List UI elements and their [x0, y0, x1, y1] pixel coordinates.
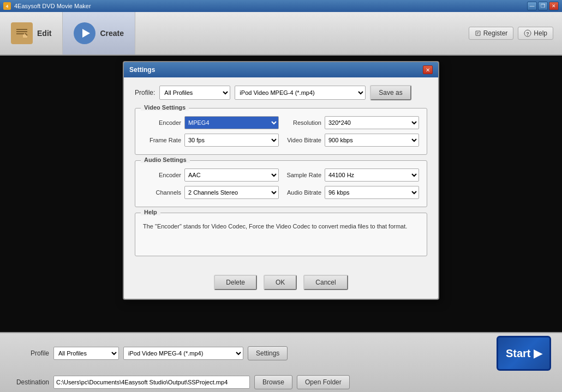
title-bar-controls: — ❐ ✕	[527, 2, 559, 10]
dialog-body: Profile: All Profiles iPod Video MPEG-4 …	[124, 77, 438, 269]
audio-settings-grid: Encoder AAC Sample Rate 44100 Hz	[143, 168, 419, 199]
edit-label: Edit	[37, 29, 51, 38]
profile-label: Profile:	[135, 89, 155, 97]
format-bottom-select[interactable]: iPod Video MPEG-4 (*.mp4)	[123, 347, 243, 360]
close-button[interactable]: ✕	[549, 2, 559, 10]
audio-bitrate-row: Audio Bitrate 96 kbps	[283, 186, 419, 199]
resolution-row: Resolution 320*240	[283, 116, 419, 129]
frame-rate-row: Frame Rate 30 fps	[143, 134, 279, 147]
audio-encoder-label: Encoder	[143, 172, 181, 178]
profile-bottom-label: Profile	[11, 349, 49, 357]
dialog-overlay: Settings ✕ Profile: All Profiles iPod Vi…	[0, 56, 562, 332]
audio-bitrate-select[interactable]: 96 kbps	[325, 186, 419, 199]
edit-tab[interactable]: Edit	[0, 12, 63, 55]
register-icon	[475, 30, 481, 37]
title-bar: 4 4Easysoft DVD Movie Maker — ❐ ✕	[0, 0, 562, 12]
profile-bottom-select[interactable]: All Profiles	[53, 347, 119, 360]
register-button[interactable]: Register	[469, 27, 514, 40]
ok-button[interactable]: OK	[264, 275, 297, 290]
audio-bitrate-label: Audio Bitrate	[283, 189, 321, 196]
svg-text:?: ?	[527, 31, 530, 37]
sample-rate-row: Sample Rate 44100 Hz	[283, 168, 419, 182]
help-section-title: Help	[141, 209, 160, 215]
resolution-label: Resolution	[283, 119, 321, 126]
delete-button[interactable]: Delete	[214, 275, 257, 290]
format-select[interactable]: iPod Video MPEG-4 (*.mp4)	[235, 86, 366, 100]
audio-encoder-select[interactable]: AAC	[184, 168, 279, 182]
sample-rate-select[interactable]: 44100 Hz	[325, 168, 419, 182]
svg-rect-3	[16, 29, 27, 30]
save-as-button[interactable]: Save as	[370, 85, 411, 100]
encoder-row: Encoder MPEG4	[143, 116, 279, 129]
profile-bottom-row: Profile All Profiles iPod Video MPEG-4 (…	[11, 336, 551, 371]
svg-text:4: 4	[6, 4, 9, 9]
cancel-button[interactable]: Cancel	[303, 275, 348, 290]
app-title: 4Easysoft DVD Movie Maker	[14, 3, 91, 9]
dialog-close-button[interactable]: ✕	[423, 65, 433, 74]
app-icon: 4	[3, 2, 11, 10]
dialog-footer: Delete OK Cancel	[124, 269, 438, 299]
title-bar-left: 4 4Easysoft DVD Movie Maker	[3, 2, 91, 10]
minimize-button[interactable]: —	[527, 2, 537, 10]
register-label: Register	[483, 29, 508, 37]
video-bitrate-select[interactable]: 900 kbps	[325, 134, 419, 147]
destination-row: Destination Browse Open Folder	[11, 375, 551, 389]
encoder-label: Encoder	[143, 119, 181, 126]
destination-input[interactable]	[53, 376, 250, 389]
channels-select[interactable]: 2 Channels Stereo	[184, 186, 279, 199]
profile-row: Profile: All Profiles iPod Video MPEG-4 …	[135, 85, 427, 100]
edit-icon	[11, 22, 33, 44]
settings-dialog: Settings ✕ Profile: All Profiles iPod Vi…	[123, 61, 439, 300]
help-section: Help The "Encoder" stands for Video Code…	[135, 213, 427, 256]
profile-select[interactable]: All Profiles	[159, 86, 230, 100]
video-settings-title: Video Settings	[141, 104, 189, 111]
audio-settings-title: Audio Settings	[141, 156, 190, 163]
video-bitrate-row: Video Bitrate 900 kbps	[283, 134, 419, 147]
start-button[interactable]: Start ▶	[497, 336, 551, 371]
open-folder-button[interactable]: Open Folder	[297, 375, 350, 389]
main-toolbar: Edit Create Register ? Help	[0, 12, 562, 56]
content-area: Settings ✕ Profile: All Profiles iPod Vi…	[0, 56, 562, 332]
svg-rect-4	[16, 31, 27, 32]
toolbar-right: Register ? Help	[469, 27, 562, 40]
help-button[interactable]: ? Help	[518, 27, 553, 40]
help-label: Help	[534, 29, 547, 37]
help-icon: ?	[524, 29, 531, 37]
help-text: The "Encoder" stands for Video Codec, Fo…	[143, 222, 419, 231]
browse-button[interactable]: Browse	[254, 375, 292, 389]
video-settings-grid: Encoder MPEG4 Resolution 320*240	[143, 116, 419, 147]
restore-button[interactable]: ❐	[538, 2, 548, 10]
audio-settings-section: Audio Settings Encoder AAC Sample Rate 4…	[135, 160, 427, 207]
bottom-bar: Profile All Profiles iPod Video MPEG-4 (…	[0, 332, 562, 392]
destination-label: Destination	[11, 378, 49, 386]
channels-row: Channels 2 Channels Stereo	[143, 186, 279, 199]
dialog-title: Settings	[129, 66, 155, 74]
create-icon	[74, 22, 95, 44]
audio-encoder-row: Encoder AAC	[143, 168, 279, 182]
create-label: Create	[100, 29, 124, 38]
resolution-select[interactable]: 320*240	[325, 116, 419, 129]
frame-rate-select[interactable]: 30 fps	[184, 134, 279, 147]
channels-label: Channels	[143, 189, 181, 196]
sample-rate-label: Sample Rate	[283, 172, 321, 178]
dialog-title-bar: Settings ✕	[124, 62, 438, 77]
svg-rect-5	[16, 33, 24, 34]
encoder-select[interactable]: MPEG4	[184, 116, 279, 129]
create-tab[interactable]: Create	[63, 12, 135, 55]
video-bitrate-label: Video Bitrate	[283, 137, 321, 143]
frame-rate-label: Frame Rate	[143, 137, 181, 143]
settings-button[interactable]: Settings	[248, 346, 288, 360]
video-settings-section: Video Settings Encoder MPEG4 Resolution …	[135, 108, 427, 155]
